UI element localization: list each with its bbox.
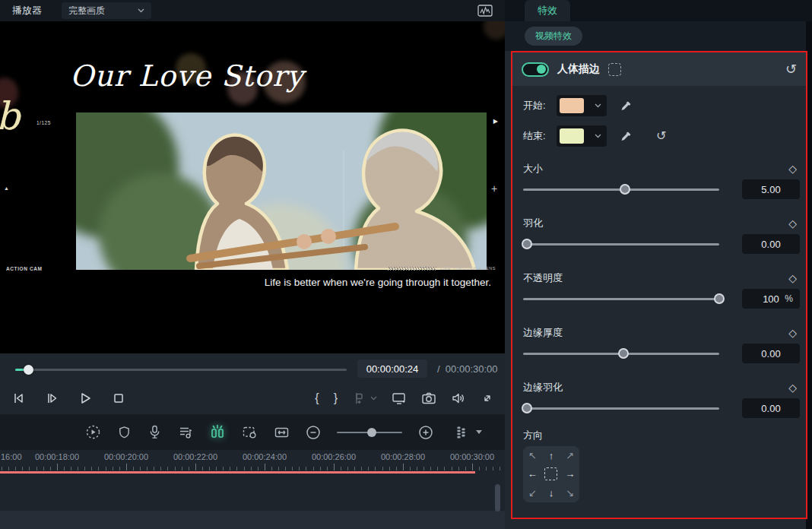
keyframe-diamond-icon[interactable]: ◇	[788, 218, 797, 229]
param-edge-feather-slider[interactable]	[523, 401, 719, 416]
keyframe-diamond-icon[interactable]: ◇	[788, 163, 797, 174]
track-manager-button[interactable]	[455, 425, 482, 440]
ripple-edit-icon[interactable]	[274, 425, 290, 440]
add-marker-button[interactable]	[352, 391, 377, 405]
shield-icon[interactable]	[117, 425, 132, 440]
start-color-row: 开始:	[523, 95, 632, 116]
current-timecode[interactable]: 00:00:00:24	[357, 360, 427, 378]
chevron-down-icon	[476, 430, 482, 434]
param-feather-slider[interactable]	[523, 236, 719, 252]
player-controls: 00:00:00:24 / 00:00:30:00	[0, 353, 505, 414]
total-duration: / 00:00:30:00	[437, 363, 498, 375]
next-frame-button[interactable]	[44, 391, 59, 406]
param-edge-thickness-head: 边缘厚度 ◇	[523, 325, 797, 341]
stop-button[interactable]	[111, 391, 126, 406]
waveform-monitor-icon[interactable]	[477, 5, 493, 17]
direction-center-button[interactable]	[544, 467, 557, 480]
mark-in-button[interactable]: {	[315, 392, 319, 404]
slider-handle[interactable]	[522, 403, 532, 413]
effect-body: 开始: 结束:	[512, 86, 806, 518]
start-color-dropdown[interactable]	[557, 95, 607, 116]
zoom-slider-handle[interactable]	[367, 428, 376, 437]
effect-settings-frame: 人体描边 ↺ 开始: 结束:	[511, 51, 807, 519]
video-title-overlay: Our Love Story	[70, 59, 304, 93]
end-color-dropdown[interactable]	[557, 125, 607, 147]
player-pane: 播放器 完整画质 Our Love Story b 1/125 f/8 ISO …	[0, 0, 505, 529]
timeline-toolbar	[0, 414, 505, 450]
param-opacity-head: 不透明度 ◇	[523, 271, 797, 286]
mark-out-button[interactable]: }	[334, 392, 338, 404]
param-edge-thickness-value[interactable]: 0.00	[742, 344, 800, 363]
video-preview[interactable]: Our Love Story b 1/125 f/8 ISO 400 ▶ ▲	[0, 21, 505, 353]
direction-up-button[interactable]: ↑	[549, 451, 554, 461]
previous-frame-button[interactable]	[11, 391, 26, 406]
direction-right-button[interactable]: →	[565, 469, 575, 479]
quality-dropdown[interactable]: 完整画质	[62, 2, 151, 19]
end-eyedropper-icon[interactable]	[620, 131, 632, 142]
video-effects-pill[interactable]: 视频特效	[525, 27, 582, 46]
param-feather-head: 羽化 ◇	[523, 216, 797, 231]
timeline-track-lane[interactable]	[0, 511, 505, 529]
tab-effects[interactable]: 特效	[525, 0, 570, 21]
timeline-ruler[interactable]: 16:0000:00:18:0000:00:20:0000:00:22:0000…	[0, 450, 505, 474]
seek-handle[interactable]	[24, 365, 33, 375]
slider-handle[interactable]	[522, 239, 532, 249]
reset-effect-button[interactable]: ↺	[785, 62, 797, 76]
panel-resize-handle[interactable]: +	[491, 182, 497, 195]
start-color-swatch[interactable]	[560, 98, 584, 113]
zoom-out-icon[interactable]	[306, 425, 321, 440]
start-eyedropper-icon[interactable]	[620, 100, 632, 112]
player-top-bar: 播放器 完整画质	[0, 0, 505, 21]
action-cam-overlay: ACTION CAM	[6, 266, 43, 271]
direction-down-button[interactable]: ↓	[549, 488, 554, 498]
volume-button[interactable]	[451, 391, 466, 405]
end-color-swatch[interactable]	[560, 128, 584, 144]
player-title: 播放器	[12, 4, 42, 17]
video-monogram-overlay: b	[0, 94, 20, 138]
effect-enable-toggle[interactable]	[522, 62, 549, 77]
keyframe-diamond-icon[interactable]: ◇	[788, 382, 797, 393]
crop-mask-icon[interactable]	[242, 425, 258, 440]
fullscreen-button[interactable]	[481, 391, 494, 405]
zoom-in-icon[interactable]	[418, 425, 433, 440]
quality-value: 完整画质	[68, 5, 105, 17]
effects-pane: 特效 视频特效 人体描边 ↺ 开始:	[505, 0, 812, 529]
lens-overlay: LIFE THROUGH A LENS	[388, 266, 496, 271]
timeline-vertical-scrollbar[interactable]	[495, 484, 500, 512]
smart-split-tool-icon[interactable]	[209, 424, 226, 440]
microphone-icon[interactable]	[147, 424, 162, 440]
param-size-head: 大小 ◇	[523, 161, 797, 176]
direction-down-right-button[interactable]: ↘	[566, 488, 574, 498]
keyframe-diamond-icon[interactable]: ◇	[788, 273, 797, 284]
param-feather-value[interactable]: 0.00	[742, 234, 800, 254]
chevron-down-icon	[138, 8, 144, 13]
param-size-slider[interactable]	[523, 182, 719, 197]
slider-handle[interactable]	[618, 348, 629, 359]
keyframe-diamond-icon[interactable]: ◇	[788, 328, 797, 338]
direction-left-button[interactable]: ←	[528, 469, 538, 479]
snapshot-camera-button[interactable]	[421, 391, 436, 405]
display-device-button[interactable]	[392, 391, 407, 405]
seek-bar[interactable]	[15, 364, 347, 375]
reset-colors-button[interactable]: ↺	[656, 130, 666, 142]
param-size-value[interactable]: 5.00	[742, 179, 800, 199]
render-preview-icon[interactable]	[85, 424, 101, 440]
direction-up-right-button[interactable]: ↗	[566, 451, 574, 461]
param-opacity-value[interactable]: 100 %	[742, 289, 800, 309]
direction-up-left-button[interactable]: ↖	[528, 451, 537, 461]
timeline-zoom-slider[interactable]	[337, 427, 402, 438]
direction-down-left-button[interactable]: ↙	[528, 488, 537, 498]
selection-region-icon[interactable]	[608, 63, 621, 76]
param-edge-feather-value[interactable]: 0.00	[742, 398, 800, 418]
param-opacity-slider[interactable]	[523, 291, 719, 306]
audio-mixer-icon[interactable]	[178, 425, 193, 440]
play-button[interactable]	[78, 391, 93, 406]
video-scene	[76, 112, 487, 270]
slider-handle[interactable]	[620, 184, 630, 195]
slider-handle[interactable]	[714, 293, 725, 304]
effect-name: 人体描边	[557, 62, 600, 76]
timeline-tracks[interactable]	[0, 474, 505, 529]
param-edge-thickness-slider[interactable]	[523, 346, 719, 361]
filmora-window: 播放器 完整画质 Our Love Story b 1/125 f/8 ISO …	[0, 0, 812, 529]
category-row: 视频特效	[505, 21, 812, 51]
